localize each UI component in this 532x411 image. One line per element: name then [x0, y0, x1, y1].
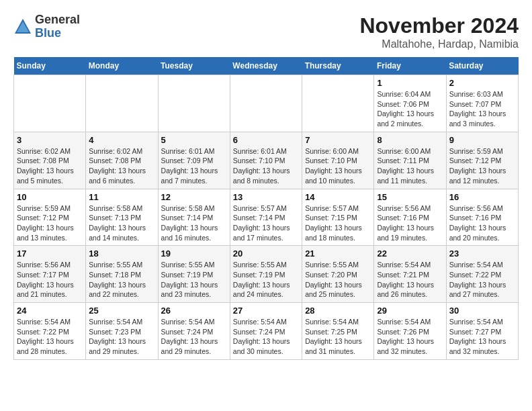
cell-info-text: Sunrise: 6:01 AM Sunset: 7:09 PM Dayligh… [161, 146, 227, 186]
calendar-cell: 28Sunrise: 5:54 AM Sunset: 7:25 PM Dayli… [302, 303, 374, 360]
cell-info-text: Sunrise: 5:54 AM Sunset: 7:22 PM Dayligh… [17, 317, 83, 357]
logo-icon [13, 17, 32, 36]
weekday-header-row: SundayMondayTuesdayWednesdayThursdayFrid… [14, 57, 519, 75]
cell-info-text: Sunrise: 5:58 AM Sunset: 7:13 PM Dayligh… [89, 203, 154, 243]
calendar-cell: 21Sunrise: 5:55 AM Sunset: 7:20 PM Dayli… [302, 246, 374, 303]
cell-day-number: 29 [377, 306, 443, 316]
calendar-cell: 9Sunrise: 5:59 AM Sunset: 7:12 PM Daylig… [446, 132, 518, 189]
cell-day-number: 10 [17, 192, 83, 202]
calendar-cell: 1Sunrise: 6:04 AM Sunset: 7:06 PM Daylig… [374, 75, 446, 132]
cell-info-text: Sunrise: 5:58 AM Sunset: 7:14 PM Dayligh… [161, 203, 227, 243]
calendar-cell: 7Sunrise: 6:00 AM Sunset: 7:10 PM Daylig… [302, 132, 374, 189]
cell-info-text: Sunrise: 6:00 AM Sunset: 7:10 PM Dayligh… [305, 146, 371, 186]
cell-day-number: 22 [377, 248, 443, 259]
calendar-cell: 10Sunrise: 5:59 AM Sunset: 7:12 PM Dayli… [14, 189, 86, 246]
cell-day-number: 24 [17, 306, 83, 316]
calendar-cell [230, 75, 302, 132]
calendar-cell: 23Sunrise: 5:54 AM Sunset: 7:22 PM Dayli… [446, 246, 518, 303]
cell-info-text: Sunrise: 5:57 AM Sunset: 7:14 PM Dayligh… [233, 203, 299, 243]
cell-day-number: 20 [233, 248, 299, 259]
calendar-cell: 25Sunrise: 5:54 AM Sunset: 7:23 PM Dayli… [86, 303, 158, 360]
cell-day-number: 2 [449, 78, 515, 88]
cell-info-text: Sunrise: 5:54 AM Sunset: 7:27 PM Dayligh… [449, 317, 515, 357]
cell-day-number: 13 [233, 192, 299, 202]
calendar-week-row: 10Sunrise: 5:59 AM Sunset: 7:12 PM Dayli… [14, 189, 519, 246]
cell-day-number: 25 [89, 306, 154, 316]
calendar-body: 1Sunrise: 6:04 AM Sunset: 7:06 PM Daylig… [14, 75, 519, 360]
cell-info-text: Sunrise: 5:54 AM Sunset: 7:26 PM Dayligh… [377, 317, 443, 357]
calendar-cell: 22Sunrise: 5:54 AM Sunset: 7:21 PM Dayli… [374, 246, 446, 303]
calendar-cell: 6Sunrise: 6:01 AM Sunset: 7:10 PM Daylig… [230, 132, 302, 189]
cell-day-number: 1 [377, 78, 443, 88]
calendar-cell: 19Sunrise: 5:55 AM Sunset: 7:19 PM Dayli… [158, 246, 230, 303]
calendar-week-row: 1Sunrise: 6:04 AM Sunset: 7:06 PM Daylig… [14, 75, 519, 132]
calendar-cell: 5Sunrise: 6:01 AM Sunset: 7:09 PM Daylig… [158, 132, 230, 189]
calendar-week-row: 17Sunrise: 5:56 AM Sunset: 7:17 PM Dayli… [14, 246, 519, 303]
calendar-cell: 27Sunrise: 5:54 AM Sunset: 7:24 PM Dayli… [230, 303, 302, 360]
logo-general: General [35, 13, 80, 26]
calendar-cell: 8Sunrise: 6:00 AM Sunset: 7:11 PM Daylig… [374, 132, 446, 189]
page-header: General Blue November 2024 Maltahohe, Ha… [13, 13, 519, 50]
calendar-table: SundayMondayTuesdayWednesdayThursdayFrid… [13, 57, 519, 360]
cell-info-text: Sunrise: 6:02 AM Sunset: 7:08 PM Dayligh… [17, 146, 83, 186]
cell-day-number: 21 [305, 248, 371, 259]
cell-info-text: Sunrise: 5:54 AM Sunset: 7:22 PM Dayligh… [449, 260, 515, 300]
logo-lockup: General Blue [13, 13, 80, 40]
calendar-cell: 4Sunrise: 6:02 AM Sunset: 7:08 PM Daylig… [86, 132, 158, 189]
cell-day-number: 18 [89, 248, 154, 259]
cell-day-number: 11 [89, 192, 154, 202]
cell-info-text: Sunrise: 5:54 AM Sunset: 7:25 PM Dayligh… [305, 317, 371, 357]
calendar-cell: 26Sunrise: 5:54 AM Sunset: 7:24 PM Dayli… [158, 303, 230, 360]
calendar-cell: 24Sunrise: 5:54 AM Sunset: 7:22 PM Dayli… [14, 303, 86, 360]
weekday-header-sunday: Sunday [14, 57, 86, 75]
cell-info-text: Sunrise: 5:55 AM Sunset: 7:19 PM Dayligh… [161, 260, 227, 300]
cell-info-text: Sunrise: 5:56 AM Sunset: 7:16 PM Dayligh… [377, 203, 443, 243]
logo-text: General Blue [35, 13, 80, 40]
calendar-cell: 16Sunrise: 5:56 AM Sunset: 7:16 PM Dayli… [446, 189, 518, 246]
calendar-cell [158, 75, 230, 132]
cell-info-text: Sunrise: 5:55 AM Sunset: 7:18 PM Dayligh… [89, 260, 154, 300]
cell-info-text: Sunrise: 6:01 AM Sunset: 7:10 PM Dayligh… [233, 146, 299, 186]
logo-blue: Blue [35, 26, 61, 40]
cell-day-number: 8 [377, 135, 443, 145]
cell-day-number: 15 [377, 192, 443, 202]
cell-info-text: Sunrise: 5:54 AM Sunset: 7:21 PM Dayligh… [377, 260, 443, 300]
cell-day-number: 19 [161, 248, 227, 259]
calendar-cell: 14Sunrise: 5:57 AM Sunset: 7:15 PM Dayli… [302, 189, 374, 246]
weekday-header-wednesday: Wednesday [230, 57, 302, 75]
cell-day-number: 5 [161, 135, 227, 145]
logo: General Blue [13, 13, 80, 40]
calendar-cell: 30Sunrise: 5:54 AM Sunset: 7:27 PM Dayli… [446, 303, 518, 360]
cell-day-number: 30 [449, 306, 515, 316]
cell-day-number: 4 [89, 135, 154, 145]
cell-info-text: Sunrise: 6:00 AM Sunset: 7:11 PM Dayligh… [377, 146, 443, 186]
cell-info-text: Sunrise: 5:56 AM Sunset: 7:17 PM Dayligh… [17, 260, 83, 300]
cell-day-number: 12 [161, 192, 227, 202]
calendar-week-row: 3Sunrise: 6:02 AM Sunset: 7:08 PM Daylig… [14, 132, 519, 189]
title-block: November 2024 Maltahohe, Hardap, Namibia [359, 13, 519, 50]
main-title: November 2024 [359, 13, 519, 38]
cell-day-number: 23 [449, 248, 515, 259]
calendar-week-row: 24Sunrise: 5:54 AM Sunset: 7:22 PM Dayli… [14, 303, 519, 360]
calendar-cell [302, 75, 374, 132]
cell-info-text: Sunrise: 5:56 AM Sunset: 7:16 PM Dayligh… [449, 203, 515, 243]
calendar-cell [86, 75, 158, 132]
calendar-cell: 18Sunrise: 5:55 AM Sunset: 7:18 PM Dayli… [86, 246, 158, 303]
calendar-header: SundayMondayTuesdayWednesdayThursdayFrid… [14, 57, 519, 75]
cell-day-number: 26 [161, 306, 227, 316]
cell-info-text: Sunrise: 5:54 AM Sunset: 7:23 PM Dayligh… [89, 317, 154, 357]
cell-info-text: Sunrise: 6:04 AM Sunset: 7:06 PM Dayligh… [377, 89, 443, 129]
calendar-cell: 12Sunrise: 5:58 AM Sunset: 7:14 PM Dayli… [158, 189, 230, 246]
cell-day-number: 9 [449, 135, 515, 145]
cell-info-text: Sunrise: 5:59 AM Sunset: 7:12 PM Dayligh… [449, 146, 515, 186]
weekday-header-thursday: Thursday [302, 57, 374, 75]
calendar-cell: 3Sunrise: 6:02 AM Sunset: 7:08 PM Daylig… [14, 132, 86, 189]
cell-info-text: Sunrise: 5:54 AM Sunset: 7:24 PM Dayligh… [233, 317, 299, 357]
weekday-header-tuesday: Tuesday [158, 57, 230, 75]
cell-day-number: 3 [17, 135, 83, 145]
cell-day-number: 28 [305, 306, 371, 316]
cell-day-number: 16 [449, 192, 515, 202]
cell-info-text: Sunrise: 5:59 AM Sunset: 7:12 PM Dayligh… [17, 203, 83, 243]
cell-day-number: 27 [233, 306, 299, 316]
calendar-cell [14, 75, 86, 132]
